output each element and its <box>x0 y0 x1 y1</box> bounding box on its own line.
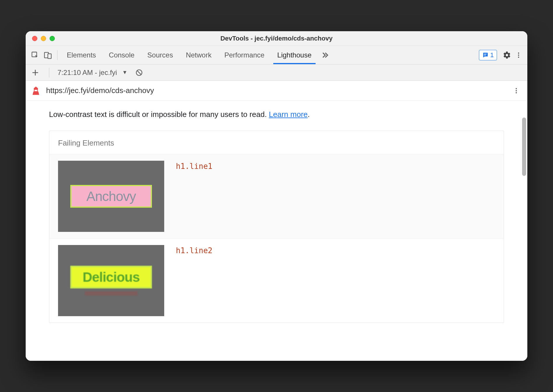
window-title: DevTools - jec.fyi/demo/cds-anchovy <box>26 35 527 42</box>
audit-description: Low-contrast text is difficult or imposs… <box>49 110 504 119</box>
audit-description-text: Low-contrast text is difficult or imposs… <box>49 110 269 119</box>
toolbar-divider <box>49 68 49 78</box>
devtools-menu-icon[interactable] <box>513 49 524 61</box>
svg-point-5 <box>518 52 519 54</box>
device-toggle-icon[interactable] <box>41 49 54 62</box>
tabs: Elements Console Sources Network Perform… <box>60 46 318 64</box>
traffic-lights <box>26 36 55 41</box>
tab-console[interactable]: Console <box>102 46 141 64</box>
svg-point-7 <box>518 57 519 58</box>
tab-elements[interactable]: Elements <box>60 46 102 64</box>
titlebar: DevTools - jec.fyi/demo/cds-anchovy <box>26 31 527 46</box>
svg-rect-3 <box>484 54 487 54</box>
failing-elements-panel: Failing Elements Anchovy h1.line1 Delici… <box>49 131 504 323</box>
settings-icon[interactable] <box>501 49 513 61</box>
scrollbar[interactable] <box>522 101 527 361</box>
element-screenshot: Anchovy <box>58 161 164 232</box>
tab-label: Elements <box>67 51 96 59</box>
thumbnail-text: Anchovy <box>70 185 152 208</box>
scrollbar-thumb[interactable] <box>522 118 526 176</box>
svg-rect-9 <box>34 89 37 91</box>
window-close-button[interactable] <box>32 36 37 41</box>
tab-label: Performance <box>224 51 264 59</box>
tab-label: Sources <box>147 51 173 59</box>
issues-icon <box>482 52 489 58</box>
inspect-element-icon[interactable] <box>29 49 41 62</box>
more-tabs-icon[interactable] <box>318 51 332 59</box>
tab-network[interactable]: Network <box>179 46 218 64</box>
clear-reports-icon[interactable] <box>133 66 146 79</box>
issues-button[interactable]: 1 <box>479 50 497 60</box>
tab-label: Lighthouse <box>277 51 312 59</box>
devtools-window: DevTools - jec.fyi/demo/cds-anchovy Elem… <box>26 31 527 361</box>
failing-elements-heading: Failing Elements <box>49 131 504 154</box>
element-selector: h1.line2 <box>176 245 212 255</box>
svg-point-6 <box>518 55 519 56</box>
element-screenshot: Delicious <box>58 245 164 316</box>
failing-element-row[interactable]: Delicious h1.line2 <box>49 238 504 323</box>
new-report-icon[interactable] <box>30 67 41 78</box>
tab-label: Console <box>109 51 134 59</box>
window-zoom-button[interactable] <box>50 36 55 41</box>
thumbnail-text: Delicious <box>70 266 152 288</box>
report-selector[interactable]: 7:21:10 AM - jec.fyi ▼ <box>57 69 127 77</box>
report-url-bar: https://jec.fyi/demo/cds-anchovy <box>26 81 527 101</box>
window-minimize-button[interactable] <box>41 36 46 41</box>
element-selector: h1.line1 <box>176 161 212 171</box>
toolbar-divider <box>57 50 57 60</box>
report-url: https://jec.fyi/demo/cds-anchovy <box>46 86 154 95</box>
chevron-down-icon: ▼ <box>122 69 127 76</box>
failing-element-row[interactable]: Anchovy h1.line1 <box>49 154 504 238</box>
tab-performance[interactable]: Performance <box>218 46 271 64</box>
learn-more-link[interactable]: Learn more <box>269 110 308 119</box>
lighthouse-logo-icon <box>31 86 41 96</box>
svg-rect-4 <box>484 55 486 55</box>
lighthouse-toolbar: 7:21:10 AM - jec.fyi ▼ <box>26 64 527 81</box>
devtools-tabsbar: Elements Console Sources Network Perform… <box>26 46 527 64</box>
report-menu-icon[interactable] <box>510 85 522 97</box>
issues-count: 1 <box>490 51 494 59</box>
thumbnail-decoration <box>85 291 137 295</box>
tab-sources[interactable]: Sources <box>141 46 179 64</box>
report-selector-label: 7:21:10 AM - jec.fyi <box>57 69 117 77</box>
tab-lighthouse[interactable]: Lighthouse <box>271 46 318 64</box>
svg-point-10 <box>516 88 517 89</box>
svg-rect-2 <box>48 54 51 58</box>
svg-point-11 <box>516 90 517 91</box>
svg-point-12 <box>516 92 517 93</box>
lighthouse-report: Low-contrast text is difficult or imposs… <box>26 101 527 361</box>
tab-label: Network <box>186 51 211 59</box>
